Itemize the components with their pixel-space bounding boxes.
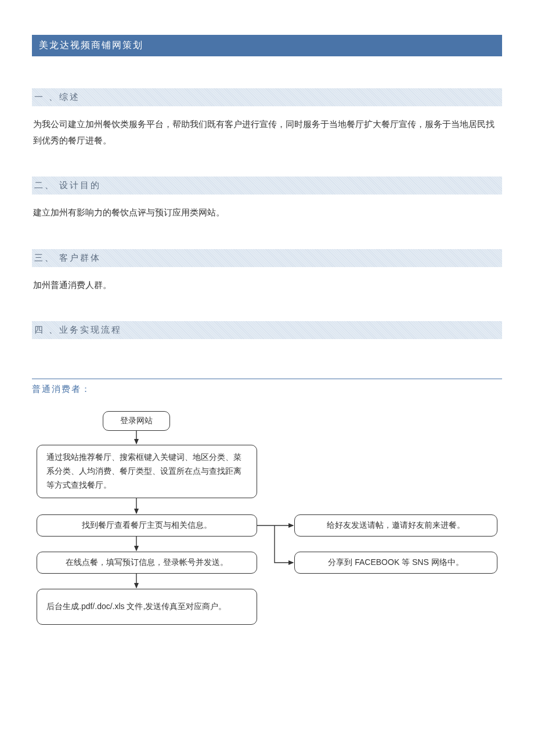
section-1-body: 为我公司建立加州餐饮类服务平台，帮助我们既有客户进行宣传，同时服务于当地餐厅扩大…: [32, 117, 502, 149]
section-1-header: 一 、综述: [32, 88, 502, 106]
section-3-body: 加州普通消费人群。: [32, 278, 502, 294]
section-4-header: 四 、业务实现流程: [32, 321, 502, 339]
section-2-body: 建立加州有影响力的餐饮点评与预订应用类网站。: [32, 205, 502, 221]
document-title: 美龙达视频商铺网策划: [32, 35, 502, 56]
flow-node-order: 在线点餐，填写预订信息，登录帐号并发送。: [37, 552, 257, 574]
flowchart: 登录网站 通过我站推荐餐厅、搜索框键入关键词、地区分类、菜系分类、人均消费、餐厅…: [32, 411, 502, 655]
flow-node-login: 登录网站: [103, 411, 170, 431]
section-3-header: 三、 客户群体: [32, 249, 502, 267]
flow-node-view: 找到餐厅查看餐厅主页与相关信息。: [37, 514, 257, 537]
sub-title: 普通消费者：: [32, 384, 91, 394]
flow-node-backend: 后台生成.pdf/.doc/.xls 文件,发送传真至对应商户。: [37, 589, 257, 625]
section-2-header: 二、 设计目的: [32, 177, 502, 195]
flow-node-search: 通过我站推荐餐厅、搜索框键入关键词、地区分类、菜系分类、人均消费、餐厅类型、设置…: [37, 445, 257, 498]
flow-node-invite: 给好友发送请帖，邀请好友前来进餐。: [294, 514, 497, 537]
sub-rule: 普通消费者：: [32, 379, 502, 395]
flow-node-share: 分享到 FACEBOOK 等 SNS 网络中。: [294, 552, 497, 574]
